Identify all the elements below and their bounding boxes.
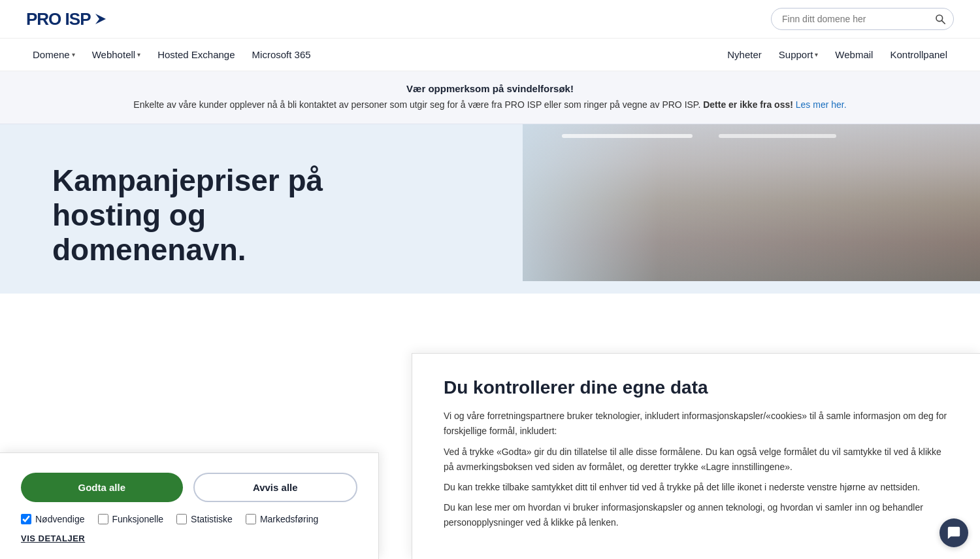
nav-left: Domene ▾ Webhotell ▾ Hosted Exchange Mic… [26,39,318,71]
nav-item-kontrollpanel[interactable]: Kontrollpanel [883,39,954,71]
alert-bold: Dette er ikke fra oss! [703,99,793,110]
nav-item-webhotell[interactable]: Webhotell ▾ [86,39,147,71]
hero-image [523,124,980,281]
search-input[interactable] [772,8,927,29]
chevron-down-icon: ▾ [72,51,75,58]
search-bar [771,8,954,30]
alert-link[interactable]: Les mer her. [796,99,847,110]
header: PRO ISP [0,0,980,39]
alert-title: Vær oppmerksom på svindelforsøk! [26,83,954,94]
hero-section: Kampanjepriser på hosting og domenenavn. [0,124,980,294]
nav-item-support[interactable]: Support ▾ [772,39,825,71]
chevron-down-icon: ▾ [815,51,818,58]
search-icon [935,14,945,24]
svg-marker-0 [95,14,106,24]
logo-text: PRO ISP [26,9,90,29]
main-nav: Domene ▾ Webhotell ▾ Hosted Exchange Mic… [0,39,980,71]
chevron-down-icon: ▾ [137,51,140,58]
nav-right: Nyheter Support ▾ Webmail Kontrollpanel [721,39,954,71]
hero-heading: Kampanjepriser på hosting og domenenavn. [52,163,323,267]
hero-text: Kampanjepriser på hosting og domenenavn. [0,124,523,294]
nav-item-domene[interactable]: Domene ▾ [26,39,82,71]
nav-item-microsoft365[interactable]: Microsoft 365 [246,39,318,71]
logo[interactable]: PRO ISP [26,9,111,29]
nav-item-webmail[interactable]: Webmail [828,39,879,71]
search-button[interactable] [927,10,953,28]
logo-icon [93,10,111,28]
nav-item-nyheter[interactable]: Nyheter [721,39,768,71]
alert-banner: Vær oppmerksom på svindelforsøk! Enkelte… [0,71,980,124]
alert-body-text: Enkelte av våre kunder opplever nå å bli… [133,99,703,110]
svg-line-2 [941,20,945,24]
nav-item-hosted-exchange[interactable]: Hosted Exchange [151,39,241,71]
alert-body: Enkelte av våre kunder opplever nå å bli… [26,97,954,112]
